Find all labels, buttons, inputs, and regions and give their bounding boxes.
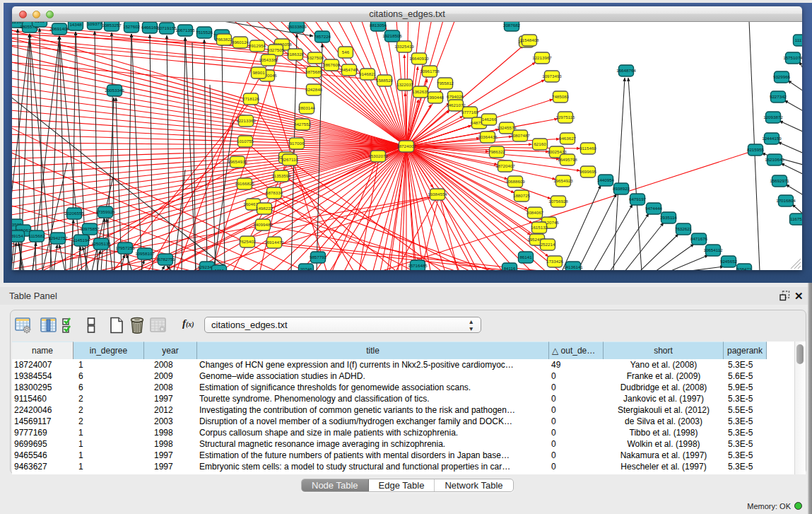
svg-text:10719155: 10719155 <box>157 25 177 30</box>
svg-text:10807487: 10807487 <box>510 133 530 138</box>
svg-text:19384554: 19384554 <box>428 192 447 197</box>
svg-text:11548408: 11548408 <box>519 37 539 42</box>
svg-text:9227342: 9227342 <box>770 94 787 99</box>
svg-text:18724007: 18724007 <box>396 144 416 148</box>
svg-text:6160: 6160 <box>35 22 45 23</box>
svg-text:9146821: 9146821 <box>359 71 377 76</box>
svg-text:9857791: 9857791 <box>310 255 327 259</box>
svg-text:2935114: 2935114 <box>660 215 677 220</box>
svg-text:4416: 4416 <box>214 268 224 270</box>
svg-text:6479197: 6479197 <box>629 197 647 201</box>
svg-text:39154: 39154 <box>12 233 23 238</box>
svg-text:16210643: 16210643 <box>765 157 784 162</box>
svg-text:3267110: 3267110 <box>281 157 298 162</box>
svg-text:9327505: 9327505 <box>267 47 285 52</box>
svg-text:9245652: 9245652 <box>720 259 738 264</box>
svg-text:10671355: 10671355 <box>175 28 195 33</box>
svg-text:8186328: 8186328 <box>287 52 305 57</box>
svg-text:7955812: 7955812 <box>437 81 454 86</box>
svg-text:8454749: 8454749 <box>341 67 358 72</box>
svg-text:14136141: 14136141 <box>563 264 583 269</box>
svg-text:8960124: 8960124 <box>232 40 249 45</box>
svg-text:14348: 14348 <box>69 22 82 27</box>
svg-text:7986322: 7986322 <box>488 149 506 154</box>
svg-text:12213369: 12213369 <box>236 118 256 123</box>
svg-text:8912954: 8912954 <box>249 43 266 48</box>
svg-text:252214: 252214 <box>541 242 555 247</box>
svg-text:1527602: 1527602 <box>123 24 141 29</box>
svg-text:19654923: 19654923 <box>553 178 573 183</box>
svg-text:2087682: 2087682 <box>503 23 521 28</box>
svg-text:62160: 62160 <box>534 141 546 146</box>
svg-text:18720407: 18720407 <box>495 163 515 168</box>
svg-text:14099489: 14099489 <box>253 222 273 227</box>
svg-text:2803144: 2803144 <box>298 105 316 110</box>
svg-text:19166825: 19166825 <box>235 181 254 186</box>
svg-text:8471676: 8471676 <box>690 236 708 241</box>
svg-text:1615132: 1615132 <box>531 225 548 230</box>
svg-text:1145194: 1145194 <box>73 238 90 243</box>
svg-text:1362635: 1362635 <box>412 89 430 94</box>
svg-text:17957255: 17957255 <box>115 245 135 250</box>
svg-text:6794028: 6794028 <box>447 94 464 99</box>
svg-text:9329966: 9329966 <box>773 74 791 79</box>
svg-text:16648764: 16648764 <box>616 68 636 73</box>
svg-text:11173: 11173 <box>795 37 802 42</box>
svg-text:116753: 116753 <box>790 216 802 221</box>
svg-text:1010755: 1010755 <box>237 139 254 144</box>
svg-text:19654932: 19654932 <box>228 159 247 164</box>
svg-text:7485083: 7485083 <box>552 94 570 99</box>
svg-text:20746: 20746 <box>300 267 312 270</box>
svg-text:10654112: 10654112 <box>703 247 723 252</box>
svg-text:10543382: 10543382 <box>259 57 278 62</box>
svg-text:10756928: 10756928 <box>548 199 568 204</box>
svg-text:16782759: 16782759 <box>155 257 175 262</box>
svg-text:12942757: 12942757 <box>48 235 68 240</box>
svg-text:9699695: 9699695 <box>579 169 597 174</box>
svg-text:10958107: 10958107 <box>135 251 155 256</box>
svg-text:20364436: 20364436 <box>478 134 498 139</box>
svg-text:19218506: 19218506 <box>382 33 402 38</box>
svg-text:917006: 917006 <box>290 141 305 146</box>
svg-text:12213967: 12213967 <box>532 55 552 60</box>
svg-text:13325419: 13325419 <box>394 44 414 49</box>
svg-text:7663822: 7663822 <box>216 37 233 42</box>
svg-text:17359926: 17359926 <box>95 209 115 214</box>
svg-text:1322037: 1322037 <box>396 82 414 87</box>
svg-text:109377: 109377 <box>88 22 102 26</box>
svg-text:1498222: 1498222 <box>256 206 273 211</box>
svg-text:10025433: 10025433 <box>547 149 567 154</box>
svg-text:7857224: 7857224 <box>314 34 331 39</box>
svg-text:5878334: 5878334 <box>266 190 283 195</box>
svg-text:7625402: 7625402 <box>239 239 257 244</box>
svg-text:15692971: 15692971 <box>770 178 789 183</box>
svg-text:8427552: 8427552 <box>294 122 312 127</box>
svg-text:7632621: 7632621 <box>675 226 693 231</box>
svg-text:86141: 86141 <box>519 255 532 259</box>
svg-text:1588520: 1588520 <box>376 78 394 83</box>
svg-text:20206555: 20206555 <box>64 211 84 216</box>
svg-text:8813054: 8813054 <box>370 23 387 28</box>
svg-text:1880725: 1880725 <box>513 193 531 198</box>
svg-text:20691406: 20691406 <box>49 26 69 31</box>
svg-text:10688609: 10688609 <box>505 179 525 184</box>
svg-text:17016804: 17016804 <box>776 198 796 203</box>
svg-text:146266: 146266 <box>482 117 497 122</box>
svg-text:26495798: 26495798 <box>558 157 577 162</box>
svg-text:10973493: 10973493 <box>542 74 562 78</box>
svg-text:8215955: 8215955 <box>747 147 765 152</box>
svg-text:16033809: 16033809 <box>287 24 307 29</box>
svg-text:20053346: 20053346 <box>105 88 124 93</box>
svg-text:16640910: 16640910 <box>409 56 429 61</box>
svg-text:12444159: 12444159 <box>762 136 782 141</box>
svg-text:13245574: 13245574 <box>497 125 517 130</box>
svg-text:1440954: 1440954 <box>597 177 615 182</box>
svg-text:12093872: 12093872 <box>763 115 783 119</box>
svg-text:11353594: 11353594 <box>271 173 291 178</box>
svg-text:9777169: 9777169 <box>461 110 479 115</box>
svg-text:98901: 98901 <box>252 70 265 75</box>
svg-text:9327508: 9327508 <box>307 55 324 60</box>
svg-text:9242848: 9242848 <box>305 87 323 92</box>
svg-text:15751074: 15751074 <box>783 55 802 60</box>
svg-text:1733426: 1733426 <box>546 259 564 264</box>
